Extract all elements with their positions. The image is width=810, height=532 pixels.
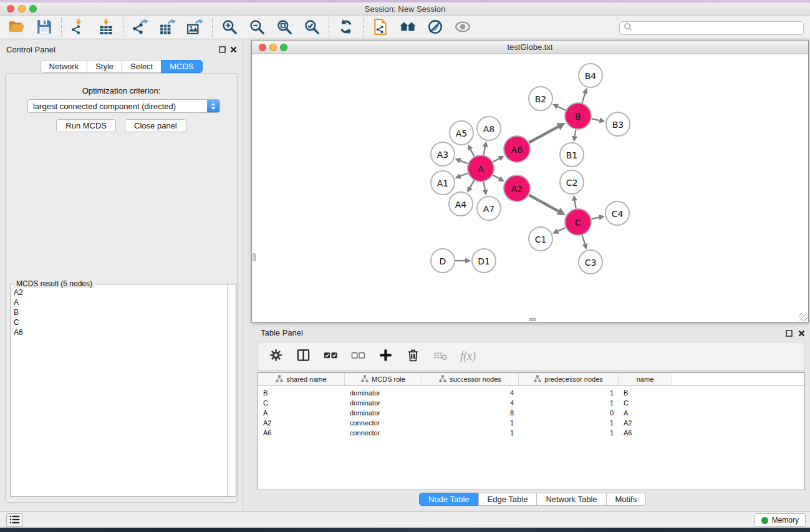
table-body: Bdominator41BCdominator41CAdominator80AA… <box>258 386 804 438</box>
graph-edge-B-B1[interactable] <box>575 130 576 137</box>
graph-edge-B-B2[interactable] <box>557 107 566 110</box>
table-row[interactable]: A2connector11A2 <box>258 418 804 428</box>
zoom-fit-button[interactable] <box>275 18 294 37</box>
graph-edge-A6-B[interactable] <box>529 127 558 142</box>
unselect-all-columns-button[interactable] <box>349 347 367 365</box>
select-all-columns-button[interactable] <box>322 347 339 365</box>
horizontal-scrollbar-thumb[interactable] <box>529 318 536 321</box>
function-builder-button[interactable]: f(x) <box>459 347 476 365</box>
tab-node-table[interactable]: Node Table <box>419 493 479 506</box>
close-panel-button[interactable] <box>229 46 238 54</box>
graph-edge-C-C4[interactable] <box>591 218 599 220</box>
graph-edge-A2-C[interactable] <box>529 195 558 211</box>
zoom-in-button[interactable] <box>220 18 239 37</box>
result-item[interactable]: C <box>14 317 226 327</box>
graph-edge-A-A6[interactable] <box>493 158 499 162</box>
result-item[interactable]: A2 <box>14 288 226 297</box>
tab-mcds[interactable]: MCDS <box>161 60 202 73</box>
memory-button[interactable]: Memory <box>755 513 806 527</box>
graph-node-label-C3: C3 <box>585 258 597 268</box>
export-image-button[interactable] <box>186 18 205 37</box>
zoom-out-button[interactable] <box>248 18 266 37</box>
import-network-button[interactable] <box>69 18 88 37</box>
network-canvas[interactable]: B4B2BB3A8A5A6A3B1AC2A1A2A4A7C4CC1C3DD1 <box>252 55 808 322</box>
create-column-button[interactable] <box>377 347 394 365</box>
table-settings-button[interactable] <box>267 347 284 365</box>
delete-table-button[interactable] <box>432 347 449 365</box>
result-item[interactable]: A <box>14 297 226 307</box>
graph-edge-A-A3[interactable] <box>460 161 468 164</box>
vertical-scrollbar-thumb[interactable] <box>253 253 256 261</box>
export-table-button[interactable] <box>158 18 177 37</box>
table-row[interactable]: Bdominator41B <box>258 388 804 398</box>
delete-column-button[interactable] <box>404 347 422 365</box>
graph-node-label-A: A <box>478 164 484 174</box>
column-header-MCDS-role[interactable]: MCDS role <box>345 373 422 385</box>
graph-edge-A-A1[interactable] <box>460 173 468 177</box>
result-item[interactable]: A6 <box>14 327 226 337</box>
first-neighbors-button[interactable] <box>398 18 417 37</box>
hierarchy-icon <box>439 375 446 384</box>
graph-edge-C-C2[interactable] <box>575 201 576 209</box>
column-header-successor-nodes[interactable]: successor nodes <box>422 373 519 385</box>
table-row[interactable]: Cdominator41C <box>258 398 804 408</box>
graph-edge-A-A8[interactable] <box>483 147 485 155</box>
hide-graphics-details-button[interactable] <box>426 18 445 37</box>
table-cell: 1 <box>422 419 519 427</box>
graph-edge-A-A5[interactable] <box>470 149 474 156</box>
table-cell: 4 <box>422 389 519 397</box>
graph-edge-C-C3[interactable] <box>582 235 585 244</box>
graph-edge-B-B3[interactable] <box>592 118 600 120</box>
tab-motifs[interactable]: Motifs <box>606 493 647 506</box>
graph-edge-C-C1[interactable] <box>557 228 566 231</box>
optimization-criterion-select[interactable]: largest connected component (directed) <box>27 99 220 113</box>
task-history-button[interactable] <box>6 513 23 527</box>
network-close-button[interactable] <box>259 44 266 51</box>
tab-select[interactable]: Select <box>122 60 162 73</box>
float-table-panel-button[interactable] <box>785 329 793 337</box>
new-network-from-selection-button[interactable] <box>371 18 390 37</box>
toolbar-search-field[interactable] <box>619 21 804 35</box>
graph-edge-A-A2[interactable] <box>493 175 499 179</box>
delete-table-icon <box>433 348 448 364</box>
result-list-scrollbar[interactable] <box>227 284 236 496</box>
float-panel-button[interactable] <box>218 46 226 54</box>
network-minimize-button[interactable] <box>269 44 277 51</box>
close-table-panel-button[interactable] <box>798 329 806 337</box>
tab-style[interactable]: Style <box>87 60 122 73</box>
import-table-button[interactable] <box>97 18 115 37</box>
memory-status-icon <box>761 517 768 524</box>
graph-edge-A-A4[interactable] <box>470 180 475 188</box>
column-header-predecessor-nodes[interactable]: predecessor nodes <box>519 373 619 385</box>
graph-edge-B-B4[interactable] <box>582 94 585 103</box>
table-row[interactable]: Adominator80A <box>258 408 804 418</box>
resize-grip-icon[interactable] <box>799 313 808 321</box>
column-header-label: shared name <box>286 375 326 383</box>
table-row[interactable]: A6connector11A6 <box>258 428 804 438</box>
show-columns-button[interactable] <box>294 347 312 365</box>
network-window-titlebar[interactable]: testGlobe.txt <box>252 41 808 54</box>
column-header-name[interactable]: name <box>619 373 672 385</box>
open-session-button[interactable] <box>7 18 26 37</box>
refresh-button[interactable] <box>337 18 355 37</box>
graph-node-label-A8: A8 <box>483 124 494 134</box>
save-session-button[interactable] <box>35 18 54 37</box>
show-graphics-details-button[interactable] <box>453 18 472 37</box>
minimize-window-button[interactable] <box>18 5 26 12</box>
run-mcds-button[interactable]: Run MCDS <box>56 119 116 132</box>
close-mcds-panel-button[interactable]: Close panel <box>125 119 186 132</box>
table-cell: 1 <box>519 399 619 407</box>
tab-network[interactable]: Network <box>40 60 87 73</box>
zoom-selected-button[interactable] <box>302 18 321 37</box>
zoom-window-button[interactable] <box>29 5 37 12</box>
network-zoom-button[interactable] <box>280 44 287 51</box>
close-window-button[interactable] <box>7 5 14 12</box>
column-header-shared-name[interactable]: shared name <box>258 373 345 385</box>
toolbar-search-input[interactable] <box>635 24 799 32</box>
tab-network-table[interactable]: Network Table <box>536 493 606 506</box>
graph-edge-A-A7[interactable] <box>483 182 485 190</box>
mcds-result-list[interactable]: A2ABCA6 <box>11 286 226 496</box>
export-network-button[interactable] <box>131 18 150 37</box>
tab-edge-table[interactable]: Edge Table <box>478 493 538 506</box>
result-item[interactable]: B <box>14 307 226 317</box>
